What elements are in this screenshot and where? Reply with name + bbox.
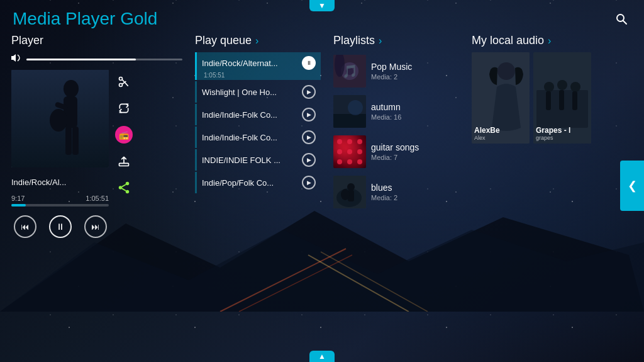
local-audio-grid: AlexBe Alex [472,52,614,332]
queue-title: Play queue [195,34,252,47]
main-content: Media Player Gold Player [0,0,644,362]
queue-item[interactable]: Indie/Pop/Folk Co... ▶ [195,172,321,193]
queue-item[interactable]: INDIE/INDIE FOLK ... ▶ [195,149,321,171]
playlists-header: Playlists › [333,34,459,47]
progress-bar[interactable] [11,204,109,206]
next-button[interactable]: ⏭ [84,215,107,238]
playlist-info: guitar songs Media: 7 [371,142,459,161]
svg-point-37 [347,149,352,154]
svg-rect-20 [119,163,129,166]
playlist-thumb-pop [333,55,366,88]
queue-item[interactable]: Indie/Rock/Alternat... ⏸ 1:05:51 [195,52,321,80]
upload-button[interactable] [115,152,133,170]
progress-fill [11,204,26,206]
playlist-info: blues Media: 2 [371,183,459,201]
queue-item-title: Indie/Rock/Alternat... [202,59,302,68]
pause-button[interactable]: ⏸ [49,215,72,238]
app-title-part1: Media [13,9,60,28]
svg-rect-56 [572,91,577,110]
svg-point-51 [544,82,554,92]
svg-point-39 [337,159,342,164]
volume-bar[interactable] [26,59,182,60]
svg-point-38 [357,149,362,154]
playlist-name: blues [371,183,459,193]
queue-item-title: Indie/Indie-Folk Co... [202,110,302,120]
playlist-name: autumn [371,102,459,112]
playlists-chevron[interactable]: › [379,35,382,47]
app-title-part2: Player Gold [60,9,157,28]
svg-line-18 [122,79,128,86]
playlist-name: guitar songs [371,142,459,152]
local-audio-card-grapes[interactable]: Grapes - l grapes [533,52,591,144]
svg-point-53 [570,82,580,92]
radio-button[interactable]: 📻 [115,126,133,144]
svg-rect-55 [559,90,564,110]
time-current: 9:17 [11,195,25,202]
svg-line-24 [122,188,126,191]
local-audio-chevron[interactable]: › [548,35,551,47]
card-label-alex: AlexBe Alex [474,126,527,141]
queue-play-btn[interactable]: ▶ [302,153,316,167]
queue-chevron[interactable]: › [255,35,258,47]
queue-pause-btn[interactable]: ⏸ [302,56,316,70]
card-name: Grapes - l [536,126,589,135]
queue-item-time: 1:05:51 [204,72,225,79]
playlist-count: Media: 16 [371,113,459,121]
repeat-button[interactable] [115,99,133,117]
player-main: Indie/Rock/Al... 9:17 1:05:51 ⏮ [11,70,182,337]
svg-point-48 [497,62,515,80]
top-scroll-indicator[interactable]: ▼ [309,0,335,11]
playlist-item[interactable]: Pop Music Media: 2 [333,52,459,90]
local-audio-header: My local audio › [472,34,614,47]
queue-item[interactable]: Indie/Indie-Folk Co... ▶ [195,104,321,125]
card-sublabel: grapes [536,135,589,141]
queue-play-btn[interactable]: ▶ [302,85,316,99]
playlist-item[interactable]: guitar songs Media: 7 [333,133,459,171]
local-audio-card-alex[interactable]: AlexBe Alex [472,52,530,144]
right-nav-button[interactable]: ❮ [620,161,644,211]
playlist-thumb-guitar [333,135,366,168]
playlist-item[interactable]: autumn Media: 16 [333,93,459,130]
svg-point-46 [341,189,350,200]
playlist-name: Pop Music [371,62,459,72]
playlist-item[interactable]: blues Media: 2 [333,173,459,211]
volume-icon [11,54,21,65]
search-button[interactable] [611,9,631,29]
svg-point-23 [126,190,130,194]
svg-point-52 [557,80,567,90]
share-button[interactable] [115,179,133,196]
time-labels: 9:17 1:05:51 [11,195,109,202]
queue-play-btn[interactable]: ▶ [302,176,316,189]
playlist-info: autumn Media: 16 [371,102,459,121]
playlist-count: Media: 7 [371,154,459,161]
queue-item[interactable]: Indie/Indie-Folk Co... ▶ [195,127,321,148]
queue-item[interactable]: Wishlight | One Ho... ▶ [195,81,321,103]
player-side-controls: 📻 [115,70,133,337]
card-name: AlexBe [474,126,527,135]
now-playing-title: Indie/Rock/Al... [11,178,109,187]
progress-area: 9:17 1:05:51 [11,195,109,206]
card-sublabel: Alex [474,135,527,141]
time-total: 1:05:51 [86,195,109,202]
player-section-title: Player [11,34,182,47]
queue-play-btn[interactable]: ▶ [302,108,316,122]
svg-point-11 [50,109,67,132]
queue-play-btn[interactable]: ▶ [302,130,316,144]
prev-button[interactable]: ⏮ [14,215,36,238]
volume-control [11,54,182,65]
bottom-scroll-indicator[interactable]: ▲ [309,351,335,362]
svg-point-27 [341,62,358,80]
queue-item-title: Wishlight | One Ho... [202,88,302,97]
local-audio-section: My local audio › AlexBe [465,34,620,337]
queue-item-title: INDIE/INDIE FOLK ... [202,156,302,165]
svg-point-21 [126,182,130,186]
svg-line-7 [623,21,627,25]
playlist-thumb-blues [333,176,366,208]
playlist-thumb-autumn [333,95,366,128]
svg-rect-14 [72,127,79,155]
svg-point-22 [119,186,123,189]
queue-list: Indie/Rock/Alternat... ⏸ 1:05:51 Wishlig… [195,52,321,193]
svg-rect-54 [546,91,551,110]
cut-button[interactable] [115,73,133,91]
svg-point-35 [357,139,362,144]
